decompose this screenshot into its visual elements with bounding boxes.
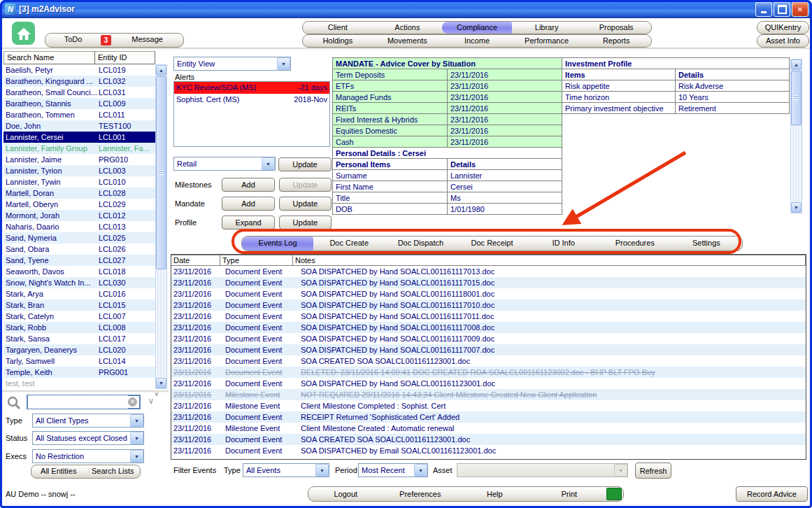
client-list-scrollbar[interactable]: ▲ ▼ xyxy=(155,64,167,389)
client-list-item[interactable]: Martell, Doran LCL028 xyxy=(3,188,155,199)
message-button[interactable]: Message xyxy=(111,34,183,47)
execs-select[interactable]: No Restriction ▼ xyxy=(32,449,144,463)
event-row[interactable]: 23/11/2016 Milestone Event NOT REQUIRED … xyxy=(171,389,806,400)
asset-info-button[interactable]: Asset Info xyxy=(757,34,809,48)
chevron-down-icon[interactable]: ▼ xyxy=(130,450,143,463)
scroll-down-icon[interactable]: ▼ xyxy=(156,378,166,388)
client-list-item[interactable]: Lannister, Tywin LCL010 xyxy=(3,176,155,188)
mandate-row[interactable]: Managed Funds23/11/2016 xyxy=(333,92,562,103)
events-col-type[interactable]: Type xyxy=(220,255,293,266)
client-status-select[interactable]: All Statuses except Closed ▼ xyxy=(32,431,144,445)
action-update-button[interactable]: Update xyxy=(279,197,332,211)
event-row[interactable]: 23/11/2016 Document Event SOA DISPATCHED… xyxy=(171,322,806,333)
quikentry-button[interactable]: QUIKentry xyxy=(757,21,809,34)
nav-tab[interactable]: Client xyxy=(303,22,373,34)
client-list-item[interactable]: Sand, Tyene LCL027 xyxy=(3,255,155,266)
minimize-button[interactable] xyxy=(755,1,772,17)
profile-panel-scrollbar[interactable]: ▲ ▼ xyxy=(790,59,802,213)
investment-row[interactable]: Time horizon10 Years xyxy=(562,92,790,103)
client-list-item[interactable]: Baelish, Petyr LCL019 xyxy=(3,64,155,76)
action-update-button[interactable]: Update xyxy=(279,178,332,192)
client-list-item[interactable]: Martell, Oberyn LCL029 xyxy=(3,199,155,210)
mandate-row[interactable]: Equities Domestic23/11/2016 xyxy=(333,125,562,136)
nav-tab[interactable]: Movements xyxy=(373,35,443,47)
column-header-search-name[interactable]: Search Name xyxy=(3,51,95,64)
nav-tab[interactable]: Income xyxy=(442,35,512,47)
entity-view-select[interactable]: Entity View ▼ xyxy=(173,57,291,71)
mandate-row[interactable]: REITs23/11/2016 xyxy=(333,103,562,114)
event-row[interactable]: 23/11/2016 Document Event SOA DISPATCHED… xyxy=(171,311,806,322)
event-row[interactable]: 23/11/2016 Milestone Event Client Milest… xyxy=(171,400,806,411)
action-primary-button[interactable]: Add xyxy=(222,197,274,211)
event-row[interactable]: 23/11/2016 Document Event DELETED: 23/11… xyxy=(171,367,806,378)
client-list-item[interactable]: Seaworth, Davos LCL018 xyxy=(3,266,155,277)
event-row[interactable]: 23/11/2016 Document Event RECEIPT Return… xyxy=(171,411,806,423)
alert-item[interactable]: KYC Review/SOA (MS) -21 days xyxy=(174,82,329,94)
event-row[interactable]: 23/11/2016 Milestone Event Client Milest… xyxy=(171,423,806,434)
events-col-date[interactable]: Date xyxy=(171,255,220,266)
doc-tab[interactable]: Settings xyxy=(671,237,742,251)
client-list-item[interactable]: Lannister, Jaime PRG010 xyxy=(3,154,155,165)
client-type-select[interactable]: All Client Types ▼ xyxy=(32,414,144,428)
nav-tab[interactable]: Performance xyxy=(512,35,582,47)
chevron-down-icon[interactable]: ▼ xyxy=(130,414,143,427)
event-row[interactable]: 23/11/2016 Document Event SOA CREATED SO… xyxy=(171,355,806,367)
mandate-row[interactable]: Cash23/11/2016 xyxy=(333,136,562,148)
chevron-down-icon[interactable]: ▼ xyxy=(315,464,329,477)
event-row[interactable]: 23/11/2016 Document Event SOA DISPATCHED… xyxy=(171,277,806,288)
client-list-item[interactable]: Sand, Nymeria LCL025 xyxy=(3,232,155,244)
scroll-down-icon[interactable]: ▼ xyxy=(791,202,802,213)
chevron-down-icon[interactable]: ▼ xyxy=(262,157,275,170)
record-advice-button[interactable]: Record Advice xyxy=(736,486,808,502)
event-row[interactable]: 23/11/2016 Document Event SOA DISPATCHED… xyxy=(171,299,806,311)
client-list-item[interactable]: Stark, Bran LCL015 xyxy=(3,299,155,311)
chevron-down-icon[interactable]: ▼ xyxy=(130,432,143,444)
personal-row[interactable]: DOB1/01/1980 xyxy=(333,204,562,215)
event-row[interactable]: 23/11/2016 Document Event SOA DISPATCHED… xyxy=(171,344,806,355)
client-list-item[interactable]: Naharis, Daario LCL013 xyxy=(3,221,155,232)
segment-select[interactable]: Retail ▼ xyxy=(173,157,276,171)
personal-row[interactable]: SurnameLannister xyxy=(333,170,562,181)
action-update-button[interactable]: Update xyxy=(279,216,332,230)
close-button[interactable]: ✕ xyxy=(792,1,809,17)
client-list-item[interactable]: Lannister, Family Group Lannister, Fa... xyxy=(3,143,155,154)
nav-tab[interactable]: Actions xyxy=(373,22,443,34)
clear-search-icon[interactable]: ✕ xyxy=(128,397,137,407)
column-header-entity-id[interactable]: Entity ID xyxy=(95,51,155,64)
period-select[interactable]: Most Recent ▼ xyxy=(358,463,428,477)
footer-button[interactable]: Print xyxy=(532,488,607,501)
client-list-item[interactable]: Baratheon, Small Counci... LCL031 xyxy=(3,87,155,98)
nav-tab[interactable]: Proposals xyxy=(581,22,651,34)
event-row[interactable]: 23/11/2016 Document Event SOA DISPATCHED… xyxy=(171,445,806,456)
scroll-up-icon[interactable]: ▲ xyxy=(791,59,802,70)
footer-button[interactable]: Logout xyxy=(308,488,383,501)
scroll-up-icon[interactable]: ▲ xyxy=(156,65,166,76)
client-list-item[interactable]: Sand, Obara LCL026 xyxy=(3,244,155,255)
doc-tab[interactable]: Doc Create xyxy=(313,237,385,251)
doc-tab[interactable]: ID Info xyxy=(528,237,599,251)
event-row[interactable]: 23/11/2016 Document Event SOA DISPATCHED… xyxy=(171,333,806,344)
client-list-item[interactable]: test, test xyxy=(3,378,155,389)
client-list-item[interactable]: Stark, Sansa LCL017 xyxy=(3,333,155,344)
footer-button[interactable]: Help xyxy=(457,488,532,501)
home-button[interactable] xyxy=(12,22,35,45)
refresh-button[interactable]: Refresh xyxy=(635,463,671,479)
client-list-item[interactable]: Snow, Night's Watch In... LCL030 xyxy=(3,277,155,288)
personal-row[interactable]: TitleMs xyxy=(333,192,562,204)
mandate-row[interactable]: Term Deposits23/11/2016 xyxy=(333,69,562,80)
client-list-item[interactable]: Stark, Catelyn LCL007 xyxy=(3,311,155,322)
client-list-item[interactable]: Stark, Arya LCL016 xyxy=(3,288,155,299)
client-list-item[interactable]: Baratheon, Tommen LCL011 xyxy=(3,109,155,120)
todo-button[interactable]: ToDo xyxy=(45,34,101,47)
client-list-item[interactable]: Tarly, Samwell LCL014 xyxy=(3,355,155,367)
client-list-item[interactable]: Baratheon, Stannis LCL009 xyxy=(3,98,155,109)
event-row[interactable]: 23/11/2016 Document Event SOA DISPATCHED… xyxy=(171,266,806,277)
scrollbar-thumb[interactable] xyxy=(156,76,166,269)
event-row[interactable]: 23/11/2016 Document Event SOA CREATED SO… xyxy=(171,434,806,445)
client-list-item[interactable]: Temple, Keith PRG001 xyxy=(3,367,155,378)
investment-row[interactable]: Risk appetiteRisk Adverse xyxy=(562,80,790,92)
client-list-item[interactable]: Doe, John TEST100 xyxy=(3,120,155,132)
client-list-item[interactable]: Lannister, Tyrion LCL003 xyxy=(3,165,155,176)
maximize-button[interactable] xyxy=(774,1,790,17)
alert-item[interactable]: Sophist. Cert (MS) 2018-Nov xyxy=(174,94,329,106)
